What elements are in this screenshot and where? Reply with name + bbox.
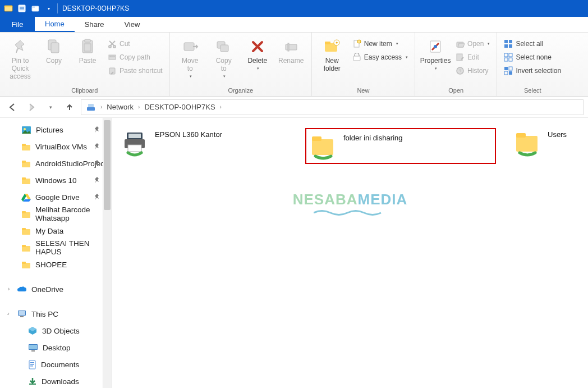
quick-access-toolbar: ▾ [0, 3, 58, 13]
watermark: NESABAMEDIA [293, 191, 408, 208]
svg-rect-4 [20, 8, 24, 10]
nav-forward-button[interactable] [24, 99, 39, 115]
folder-icon [21, 143, 31, 150]
nav-item-label: VirtualBox VMs [35, 143, 87, 151]
qat-newfolder-icon[interactable] [30, 3, 40, 13]
history-label: History [467, 67, 488, 75]
svg-rect-71 [30, 362, 34, 363]
nav-thispc-item[interactable]: Downloads [0, 373, 112, 388]
nav-up-button[interactable] [62, 99, 77, 115]
nav-item-label: Downloads [42, 377, 79, 386]
new-folder-button[interactable]: ✦New folder [316, 35, 348, 73]
folder-icon [21, 244, 31, 252]
svg-rect-51 [22, 144, 26, 146]
svg-rect-45 [509, 71, 512, 75]
history-button[interactable]: History [453, 64, 492, 77]
nav-thispc[interactable]: › This PC [0, 305, 112, 322]
watermark-wave-icon [314, 209, 387, 217]
tab-file[interactable]: File [0, 17, 35, 32]
svg-rect-21 [288, 43, 289, 51]
nav-quickaccess-item[interactable]: Google Drive [0, 189, 112, 206]
nav-quickaccess-item[interactable]: AndroidStudioProjects [0, 155, 112, 172]
content-item[interactable]: folder ini disharing [305, 128, 496, 164]
nav-thispc-item[interactable]: 3D Objects [0, 322, 112, 339]
ribbon-group-new: ✦New folder New item▾ Easy access▾ New [312, 33, 415, 96]
cut-button[interactable]: Cut [105, 37, 165, 51]
nav-item-label: Google Drive [35, 193, 80, 202]
paste-shortcut-button[interactable]: Paste shortcut [105, 64, 165, 77]
qat-properties-icon[interactable] [17, 3, 27, 13]
svg-rect-17 [184, 43, 194, 51]
desktop-icon [28, 344, 38, 352]
breadcrumb-node[interactable]: DESKTOP-0OHP7KS [142, 103, 217, 111]
nav-quickaccess-item[interactable]: Pictures [0, 121, 112, 138]
invert-selection-button[interactable]: Invert selection [502, 64, 563, 77]
svg-rect-40 [504, 58, 508, 61]
svg-rect-38 [504, 53, 508, 57]
copy-to-button[interactable]: Copy to▾ [208, 35, 240, 79]
folder-icon [21, 261, 31, 268]
select-none-button[interactable]: Select none [502, 51, 563, 64]
open-button[interactable]: Open▾ [453, 37, 492, 51]
nav-scrollbar[interactable] [103, 118, 112, 388]
nav-quickaccess-item[interactable]: Melihat Barcode Whatsapp [0, 206, 112, 222]
qat-dropdown-icon[interactable]: ▾ [44, 3, 54, 13]
easy-access-button[interactable]: Easy access▾ [350, 51, 410, 64]
nav-thispc-item[interactable]: Documents [0, 356, 112, 373]
chevron-down-icon[interactable]: › [6, 311, 12, 316]
nav-scrollbar-thumb[interactable] [104, 120, 111, 210]
paste-label: Paste [79, 57, 97, 65]
nav-back-button[interactable] [4, 99, 20, 115]
move-to-button[interactable]: Move to▾ [174, 35, 206, 79]
tab-share[interactable]: Share [75, 17, 114, 32]
chevron-right-icon[interactable]: › [8, 286, 10, 292]
nav-quickaccess-item[interactable]: My Data [0, 222, 112, 239]
paste-button[interactable]: Paste [72, 35, 103, 65]
nav-thispc-item[interactable]: Desktop [0, 339, 112, 356]
open-icon [456, 39, 465, 48]
rename-button[interactable]: Rename [275, 35, 307, 65]
chevron-right-icon: › [137, 104, 141, 110]
delete-button[interactable]: Delete▾ [242, 35, 273, 71]
content-pane[interactable]: EPSON L360 Kantorfolder ini disharingUse… [112, 118, 588, 388]
onedrive-icon [17, 285, 27, 293]
app-icon [3, 3, 13, 13]
tab-home[interactable]: Home [35, 17, 75, 32]
new-folder-icon: ✦ [323, 37, 342, 56]
svg-rect-57 [22, 211, 26, 213]
nav-quickaccess-item[interactable]: SHOPEE [0, 256, 112, 273]
pin-icon [94, 194, 100, 200]
chevron-down-icon: ▾ [406, 55, 408, 60]
nav-quickaccess-item[interactable]: Windows 10 [0, 172, 112, 189]
svg-rect-35 [509, 40, 512, 43]
new-item-button[interactable]: New item▾ [350, 37, 410, 51]
copy-path-button[interactable]: Copy path [105, 51, 165, 64]
svg-rect-63 [22, 262, 26, 264]
svg-point-12 [109, 45, 111, 48]
nav-quickaccess-item[interactable]: SELESAI THEN HAPUS [0, 239, 112, 256]
nav-onedrive[interactable]: › OneDrive [0, 281, 112, 298]
svg-rect-37 [509, 44, 512, 48]
edit-button[interactable]: Edit [453, 51, 492, 64]
svg-rect-72 [30, 364, 34, 365]
chevron-down-icon: ▾ [223, 74, 226, 79]
svg-rect-61 [22, 245, 26, 247]
breadcrumb-root-icon[interactable] [84, 103, 98, 112]
breadcrumb-network[interactable]: Network [104, 103, 136, 111]
content-item[interactable]: EPSON L360 Kantor [120, 128, 288, 164]
breadcrumb[interactable]: › Network › DESKTOP-0OHP7KS › [81, 99, 584, 115]
svg-rect-46 [87, 107, 95, 111]
svg-rect-15 [110, 56, 114, 57]
select-all-button[interactable]: Select all [502, 37, 563, 51]
nav-quickaccess-item[interactable]: VirtualBox VMs [0, 138, 112, 155]
history-icon [456, 66, 465, 75]
properties-button[interactable]: Properties▾ [420, 35, 451, 71]
content-item[interactable]: Users [513, 128, 580, 164]
nav-thispc-label: This PC [31, 310, 58, 318]
tab-view[interactable]: View [114, 17, 150, 32]
nav-item-label: 3D Objects [42, 327, 80, 335]
delete-label: Delete [247, 57, 267, 65]
nav-recent-button[interactable]: ▾ [43, 99, 58, 115]
pin-to-quick-access-button[interactable]: Pin to Quick access [4, 35, 36, 80]
copy-button[interactable]: Copy [38, 35, 70, 65]
